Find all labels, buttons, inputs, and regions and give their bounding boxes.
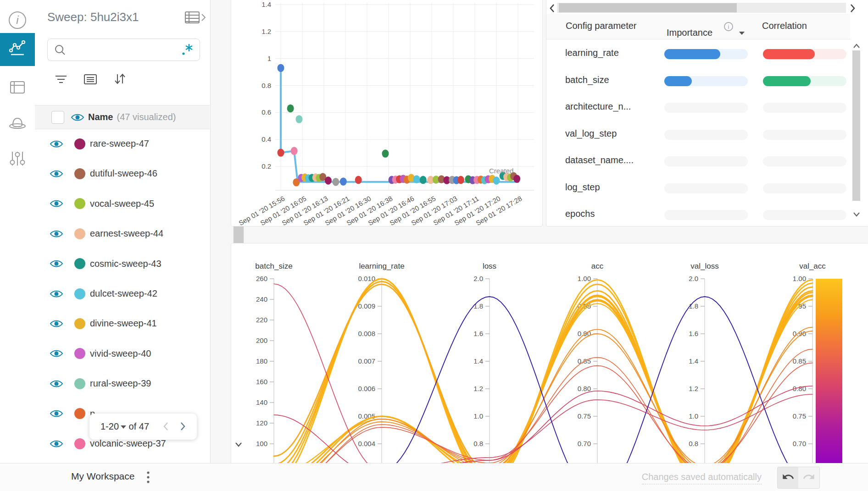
svg-text:1.8: 1.8 [473,302,483,310]
bar-track [664,183,748,193]
nav-sweep-tab[interactable] [0,107,35,140]
svg-text:1.2: 1.2 [262,28,271,35]
sort-button[interactable] [112,72,128,88]
config-parameter-header: Config parameter [566,21,637,31]
table-expand-icon [184,18,208,26]
svg-text:0.75: 0.75 [793,412,806,420]
undo-button[interactable] [777,467,799,489]
svg-text:0.004: 0.004 [358,440,375,447]
nav-sliders-tab[interactable] [0,144,35,177]
visualized-count-label: (47 visualized) [117,112,176,122]
run-visibility-eye-icon[interactable] [50,319,63,328]
svg-text:1.00: 1.00 [793,275,806,282]
run-search-box [47,39,200,61]
run-visibility-eye-icon[interactable] [50,349,63,358]
run-list-item[interactable]: dulcet-sweep-42 [35,279,232,309]
run-name[interactable]: dutiful-sweep-46 [90,168,157,179]
page-range-label[interactable]: 1-20 of 47 [100,421,149,432]
run-visibility-eye-icon[interactable] [50,379,63,388]
run-visibility-eye-icon[interactable] [50,409,63,418]
svg-text:0.007: 0.007 [358,357,375,365]
redo-button[interactable] [798,467,820,489]
bar-track [763,183,846,193]
run-name[interactable]: volcanic-sweep-37 [90,438,166,449]
svg-text:0.006: 0.006 [358,385,375,392]
svg-text:1.4: 1.4 [262,0,271,8]
next-page-button[interactable] [178,420,188,435]
hscroll-thumb[interactable] [559,3,737,12]
param-name: architecture_n... [565,101,631,112]
run-visibility-eye-icon[interactable] [50,439,63,448]
svg-text:180: 180 [256,357,267,365]
run-name[interactable]: earnest-sweep-44 [90,228,163,239]
hscroll-right-icon[interactable] [849,3,856,16]
param-name: log_step [565,182,600,193]
run-visibility-eye-icon[interactable] [50,259,63,268]
run-color-dot [74,288,85,299]
run-visibility-eye-icon[interactable] [50,169,63,178]
left-nav-rail: i [0,0,35,491]
run-name[interactable]: divine-sweep-41 [90,318,157,329]
bar-track [664,210,748,220]
importance-info-icon[interactable]: i [723,21,734,34]
svg-text:i: i [728,23,729,30]
run-list-item[interactable]: earnest-sweep-44 [35,219,232,248]
run-list-item[interactable]: vivid-sweep-40 [35,339,232,369]
run-search-input[interactable] [69,42,181,58]
name-column-label: Name [88,112,113,122]
workspace-menu-kebab-icon[interactable] [145,470,151,486]
bar-fill [763,76,811,86]
param-scrollbar-thumb[interactable] [852,50,860,201]
run-list-item[interactable]: vocal-sweep-45 [35,189,232,219]
run-name[interactable]: dulcet-sweep-42 [90,288,157,299]
scroll-down-icon[interactable] [234,441,244,450]
svg-text:Created: Created [489,167,513,175]
open-runs-table-button[interactable] [184,10,208,27]
run-name[interactable]: rural-sweep-39 [90,378,151,389]
nav-charts-tab[interactable] [0,33,35,66]
svg-text:0.009: 0.009 [358,302,375,310]
run-list-item[interactable]: rural-sweep-39 [35,369,232,398]
regex-toggle-icon[interactable] [180,43,194,58]
svg-text:1.2: 1.2 [473,385,483,392]
hscroll-left-icon[interactable] [549,3,556,16]
filter-button[interactable] [53,72,69,88]
visibility-eye-icon[interactable] [71,113,84,122]
svg-text:1.6: 1.6 [473,330,483,337]
page-size-caret-icon [121,425,126,429]
run-name[interactable]: vocal-sweep-45 [90,199,154,209]
nav-table-tab[interactable] [0,72,35,105]
run-visibility-eye-icon[interactable] [50,229,63,238]
svg-text:batch_size: batch_size [255,262,292,270]
bar-track [763,156,846,166]
columns-button[interactable] [83,72,98,88]
run-visibility-eye-icon[interactable] [50,199,63,208]
svg-text:1.00: 1.00 [578,275,591,282]
wandb-sweep-workspace: i Sweep: 5hu2i3x1 [0,0,868,491]
select-all-checkbox[interactable] [51,111,64,124]
bar-fill [763,49,815,59]
run-name[interactable]: cosmic-sweep-43 [90,259,161,269]
run-list-item[interactable]: rare-sweep-47 [35,129,232,159]
svg-text:val_acc: val_acc [799,262,826,270]
svg-text:0.010: 0.010 [358,275,375,282]
workspace-bar: My Workspace Changes saved automatically [0,463,868,491]
prev-page-button[interactable] [161,420,171,435]
run-name[interactable]: vivid-sweep-40 [90,348,151,359]
run-list-item[interactable]: cosmic-sweep-43 [35,249,232,279]
param-scroll-down-icon[interactable] [852,211,861,219]
run-visibility-eye-icon[interactable] [50,289,63,298]
run-name[interactable]: rare-sweep-47 [90,138,149,149]
pagination-control: 1-20 of 47 [89,414,197,440]
run-visibility-eye-icon[interactable] [50,139,63,149]
run-list-item[interactable]: divine-sweep-41 [35,309,232,338]
bar-track [664,103,748,113]
run-list-header: Name (47 visualized) [35,105,210,129]
bar-track [763,130,846,140]
param-name: batch_size [565,75,609,85]
filter-icon [53,80,69,88]
sweep-panel: Sweep: 5hu2i3x1 [35,0,211,463]
bar-track [664,156,748,166]
svg-text:1.6: 1.6 [689,330,698,337]
run-list-item[interactable]: dutiful-sweep-46 [35,159,232,188]
